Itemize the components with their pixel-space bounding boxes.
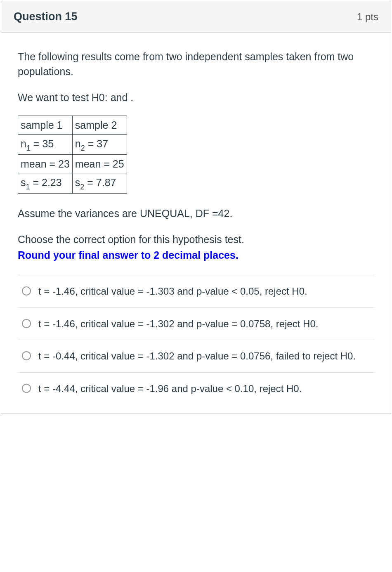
table-row: s1 = 2.23 s2 = 7.87 xyxy=(18,173,127,194)
instruction-paragraph: Choose the correct option for this hypot… xyxy=(18,232,374,247)
n-label: n xyxy=(75,138,81,149)
answer-text: t = -4.44, critical value = -1.96 and p-… xyxy=(38,382,373,396)
answer-option-4[interactable]: t = -4.44, critical value = -1.96 and p-… xyxy=(18,373,374,405)
s-label: s xyxy=(75,177,80,188)
rounding-instruction: Round your final answer to 2 decimal pla… xyxy=(18,248,374,262)
s-label: s xyxy=(21,177,26,188)
answer-text: t = -1.46, critical value = -1.303 and p… xyxy=(38,284,373,298)
assumption-paragraph: Assume the variances are UNEQUAL, DF =42… xyxy=(18,206,374,221)
n-value: = 35 xyxy=(31,138,54,149)
s-value: = 7.87 xyxy=(84,177,116,188)
question-body: The following results come from two inde… xyxy=(1,33,391,413)
n-value: = 37 xyxy=(85,138,108,149)
answer-option-1[interactable]: t = -1.46, critical value = -1.303 and p… xyxy=(18,275,374,308)
cell-mean1: mean = 23 xyxy=(18,155,73,173)
answers-list: t = -1.46, critical value = -1.303 and p… xyxy=(18,275,374,404)
s-sub: 1 xyxy=(26,183,30,191)
n-sub: 1 xyxy=(26,144,31,152)
cell-sample2-header: sample 2 xyxy=(72,116,127,134)
answer-text: t = -1.46, critical value = -1.302 and p… xyxy=(38,317,373,331)
cell-sample1-header: sample 1 xyxy=(18,116,73,134)
question-title: Question 15 xyxy=(14,10,78,23)
cell-mean2: mean = 25 xyxy=(72,155,127,173)
data-table: sample 1 sample 2 n1 = 35 n2 = 37 mean =… xyxy=(18,116,127,194)
radio-icon[interactable] xyxy=(22,351,31,360)
intro-paragraph-1: The following results come from two inde… xyxy=(18,49,374,79)
n-label: n xyxy=(21,138,26,149)
radio-icon[interactable] xyxy=(22,286,31,295)
cell-n2: n2 = 37 xyxy=(72,135,127,155)
table-row: sample 1 sample 2 xyxy=(18,116,127,134)
cell-n1: n1 = 35 xyxy=(18,135,73,155)
cell-s2: s2 = 7.87 xyxy=(72,173,127,194)
table-row: mean = 23 mean = 25 xyxy=(18,155,127,173)
question-card: Question 15 1 pts The following results … xyxy=(1,1,391,414)
answer-option-2[interactable]: t = -1.46, critical value = -1.302 and p… xyxy=(18,308,374,340)
n-sub: 2 xyxy=(81,144,85,152)
answer-option-3[interactable]: t = -0.44, critical value = -1.302 and p… xyxy=(18,340,374,373)
intro-paragraph-2: We want to test H0: and . xyxy=(18,90,374,105)
question-header: Question 15 1 pts xyxy=(1,1,391,33)
question-points: 1 pts xyxy=(357,11,378,23)
table-row: n1 = 35 n2 = 37 xyxy=(18,135,127,155)
radio-icon[interactable] xyxy=(22,319,31,328)
s-sub: 2 xyxy=(80,183,84,191)
answer-text: t = -0.44, critical value = -1.302 and p… xyxy=(38,349,373,363)
cell-s1: s1 = 2.23 xyxy=(18,173,73,194)
radio-icon[interactable] xyxy=(22,384,31,393)
s-value: = 2.23 xyxy=(30,177,62,188)
